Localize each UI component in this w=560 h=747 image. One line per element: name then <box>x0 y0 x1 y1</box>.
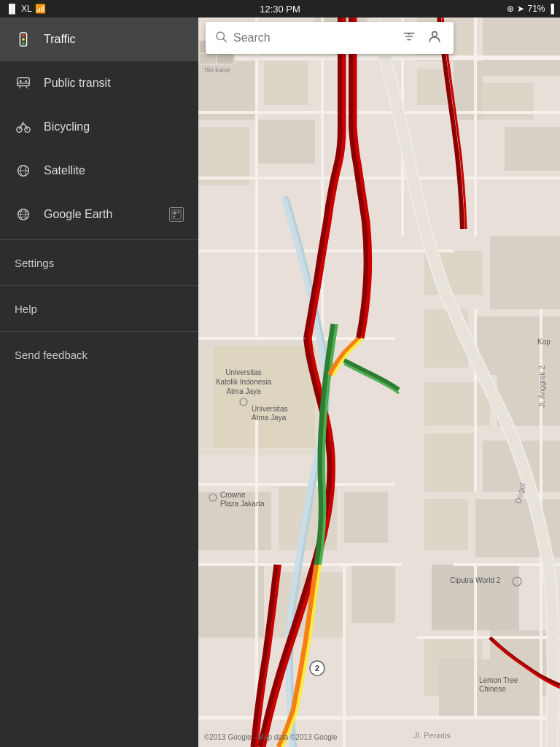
svg-rect-22 <box>174 212 176 214</box>
svg-rect-24 <box>174 216 176 218</box>
sidebar-item-settings[interactable]: Settings <box>0 243 198 282</box>
sidebar-divider-2 <box>0 285 198 286</box>
svg-text:Universitas: Universitas <box>225 368 261 376</box>
svg-text:Plaza Jakarta: Plaza Jakarta <box>220 500 265 508</box>
sidebar-item-google-earth[interactable]: Google Earth <box>0 193 198 236</box>
search-bar <box>206 22 454 54</box>
svg-rect-38 <box>213 346 315 448</box>
bike-icon <box>15 118 32 136</box>
svg-rect-33 <box>264 61 308 105</box>
profile-button[interactable] <box>424 26 445 50</box>
svg-point-9 <box>25 80 27 82</box>
signal-bars: ▐▌ <box>6 4 18 14</box>
svg-text:Ciputra World 2: Ciputra World 2 <box>450 576 501 584</box>
svg-text:Jl. Perintis: Jl. Perintis <box>413 731 451 740</box>
bicycling-label: Bicycling <box>44 120 90 133</box>
satellite-icon <box>15 162 32 179</box>
svg-text:Atma Jaya: Atma Jaya <box>226 387 261 395</box>
sidebar-divider-3 <box>0 331 198 332</box>
svg-rect-40 <box>490 236 560 309</box>
svg-point-106 <box>432 31 438 36</box>
sidebar: Traffic Public transit Bi <box>0 18 198 747</box>
svg-rect-48 <box>424 433 475 492</box>
svg-line-104 <box>223 39 226 42</box>
transit-icon <box>15 74 32 92</box>
battery-icon: ▐ <box>548 4 554 14</box>
svg-text:Atma Jaya: Atma Jaya <box>252 414 287 422</box>
svg-rect-42 <box>475 317 560 375</box>
filter-button[interactable] <box>400 27 419 50</box>
svg-rect-53 <box>198 565 264 638</box>
svg-rect-101 <box>217 54 233 63</box>
help-label: Help <box>15 303 37 315</box>
svg-rect-50 <box>424 499 468 550</box>
svg-point-3 <box>22 42 25 45</box>
traffic-icon <box>15 31 32 48</box>
feedback-label: Send feedback <box>15 349 88 361</box>
sidebar-divider-1 <box>0 239 198 240</box>
svg-point-12 <box>23 122 24 123</box>
svg-rect-29 <box>505 127 560 171</box>
svg-point-2 <box>22 38 25 41</box>
earth-icon <box>15 206 32 223</box>
sidebar-item-traffic[interactable]: Traffic <box>0 18 198 61</box>
map-area[interactable]: 2 Universitas Katolik Indonesia Atma Jay… <box>198 18 560 747</box>
settings-label: Settings <box>15 257 54 269</box>
google-earth-label: Google Earth <box>44 208 112 221</box>
map-svg: 2 Universitas Katolik Indonesia Atma Jay… <box>198 18 560 747</box>
svg-text:Chinese: Chinese <box>479 685 506 693</box>
svg-text:2: 2 <box>315 664 319 673</box>
svg-rect-55 <box>351 565 395 623</box>
sidebar-item-help[interactable]: Help <box>0 289 198 328</box>
svg-text:Lemon Tree: Lemon Tree <box>479 676 518 684</box>
search-input[interactable] <box>233 31 394 44</box>
location-icon: ⊕ <box>507 4 514 14</box>
svg-text:Tiki-karet: Tiki-karet <box>203 66 230 74</box>
svg-point-1 <box>22 34 25 37</box>
status-left: ▐▌ XL 📶 <box>6 4 46 14</box>
svg-point-8 <box>20 80 22 82</box>
svg-text:Universitas: Universitas <box>252 405 287 413</box>
svg-rect-36 <box>257 120 315 163</box>
svg-text:Kop: Kop <box>537 338 551 346</box>
earth-sub-icon <box>169 207 184 222</box>
svg-rect-23 <box>178 212 180 214</box>
svg-rect-4 <box>18 78 30 86</box>
status-bar: ▐▌ XL 📶 12:30 PM ⊕ ➤ 71% ▐ <box>0 0 560 18</box>
svg-text:Jl. Anggrek 2: Jl. Anggrek 2 <box>538 365 546 408</box>
svg-rect-47 <box>344 492 388 543</box>
battery-level: 71% <box>527 4 545 14</box>
sidebar-item-bicycling[interactable]: Bicycling <box>0 105 198 149</box>
map-copyright: ©2013 Google - Map data ©2013 Google <box>204 733 338 741</box>
status-right: ⊕ ➤ 71% ▐ <box>507 4 554 14</box>
svg-rect-27 <box>483 18 560 76</box>
wifi-icon: 📶 <box>35 4 46 14</box>
search-icon <box>214 30 228 47</box>
satellite-label: Satellite <box>44 164 85 177</box>
sidebar-item-public-transit[interactable]: Public transit <box>0 61 198 105</box>
svg-rect-43 <box>424 382 490 426</box>
sidebar-item-satellite[interactable]: Satellite <box>0 149 198 193</box>
traffic-label: Traffic <box>44 33 76 46</box>
svg-marker-105 <box>408 33 411 35</box>
status-time: 12:30 PM <box>260 4 300 15</box>
svg-text:Crowne: Crowne <box>220 491 246 499</box>
gps-icon: ➤ <box>517 4 524 14</box>
svg-text:Katolik Indonesia: Katolik Indonesia <box>216 378 272 386</box>
sidebar-item-feedback[interactable]: Send feedback <box>0 335 198 374</box>
transit-label: Public transit <box>44 77 111 90</box>
svg-rect-100 <box>200 54 216 63</box>
svg-rect-28 <box>483 83 534 120</box>
carrier-name: XL <box>21 4 32 14</box>
